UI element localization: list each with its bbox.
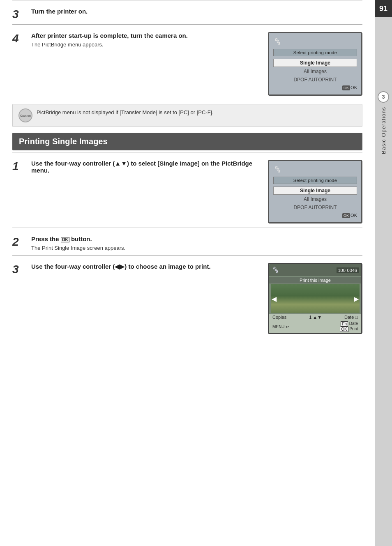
step-4-desc: The PictBridge menu appears. [31,41,261,48]
camera-ok-row-2: OKOK [273,213,357,218]
camera-menu-item-2-3: DPOF AUTOPRINT [273,204,357,211]
ok-badge-2: OK [342,213,350,218]
step-4-row: 4 After printer start-up is complete, tu… [12,24,362,100]
camera-screen-2-inner: ␓ Select printing mode Single Image All … [269,161,361,222]
main-content: 3 Turn the printer on. 4 After printer s… [0,0,375,338]
date-label: Date □ [344,315,358,320]
camera-screen-2: ␓ Select printing mode Single Image All … [268,160,362,223]
camera-menu-title-2: Select printing mode [273,177,357,184]
ok-text-2: OK [350,213,357,218]
menu-button: MENU ↩ [272,325,289,329]
section-step-1-number: 1 [12,161,24,172]
camera-menu-item-2-1: Single Image [273,187,357,195]
page-number: 91 [375,0,392,17]
print-screen: ␓ 100-0046 Print this image ◀ ▶ Copies 1 [268,263,362,334]
section-step-3-title: Use the four-way controller (◀▶) to choo… [31,263,261,270]
camera-menu-title-1: Select printing mode [273,49,357,56]
step-4-number: 4 [12,33,24,44]
step-4-content: After printer start-up is complete, turn… [31,32,261,48]
ok-print-box: OK [340,327,348,332]
section-step-3-image: ␓ 100-0046 Print this image ◀ ▶ Copies 1 [268,263,362,334]
copies-value: 1 ▲▼ [309,315,322,320]
section-step-1-row: 1 Use the four-way controller (▲▼) to se… [12,152,362,228]
ok-bold-text: OK [61,235,69,242]
caution-icon: Caution [18,108,32,122]
caution-label: Caution [20,114,31,117]
camera-screen-1: ␓ Select printing mode Single Image All … [268,32,362,96]
camera-menu-item-1-1: Single Image [273,59,357,67]
ok-box-text: OK [61,237,69,242]
caution-box: Caution PictBridge menu is not displayed… [12,104,362,127]
nav-left-icon: ◀ [272,295,277,303]
camera-logo-2: ␓ [273,164,357,175]
print-logo: ␓ [272,265,278,275]
step-3-row: 3 Turn the printer on. [12,0,362,24]
section-step-1-title: Use the four-way controller (▲▼) to sele… [31,160,261,174]
section-step-2-desc: The Print Single Image screen appears. [31,245,362,251]
caution-text: PictBridge menu is not displayed if [Tra… [37,108,214,117]
camera-menu-item-1-2: All Images [273,68,357,75]
print-file-num: 100-0046 [337,267,359,273]
copies-label: Copies [272,315,286,320]
camera-menu-item-2-2: All Images [273,196,357,203]
camera-menu-item-1-3: DPOF AUTOPRINT [273,76,357,83]
fn-date-row: Fn Date [340,321,358,327]
fn-box: Fn [341,321,348,327]
ok-text-1: OK [350,85,357,90]
step-3-number: 3 [12,9,24,20]
step-4-image: ␓ Select printing mode Single Image All … [268,32,362,96]
section-step-2-row: 2 Press the OK button. The Print Single … [12,228,362,255]
sidebar-label: Basic Operations [380,107,387,154]
section-step-2-number: 2 [12,236,24,248]
camera-ok-row-1: OKOK [273,85,357,90]
section-step-1-content: Use the four-way controller (▲▼) to sele… [31,160,261,176]
section-step-3-row: 3 Use the four-way controller (◀▶) to ch… [12,255,362,338]
step-3-title: Turn the printer on. [31,8,362,15]
ok-print-row: OK Print [340,327,358,332]
camera-logo-1: ␓ [273,37,357,47]
section-step-2-content: Press the OK button. The Print Single Im… [31,235,362,251]
fn-ok-area: Fn Date OK Print [340,321,358,332]
section-step-3-content: Use the four-way controller (◀▶) to choo… [31,263,261,273]
step-3-content: Turn the printer on. [31,8,362,17]
camera-screen-1-inner: ␓ Select printing mode Single Image All … [269,33,361,94]
print-title: Print this image [269,277,361,283]
section-step-1-image: ␓ Select printing mode Single Image All … [268,160,362,223]
step-4-title: After printer start-up is complete, turn… [31,32,261,39]
section-step-2-title: Press the OK button. [31,235,362,242]
ok-badge-1: OK [342,85,350,90]
section-header: Printing Single Images [12,133,362,150]
nav-right-icon: ▶ [354,295,359,303]
section-step-3-number: 3 [12,264,24,275]
sidebar: 91 3 Basic Operations [375,0,392,546]
chapter-circle: 3 [378,91,389,103]
